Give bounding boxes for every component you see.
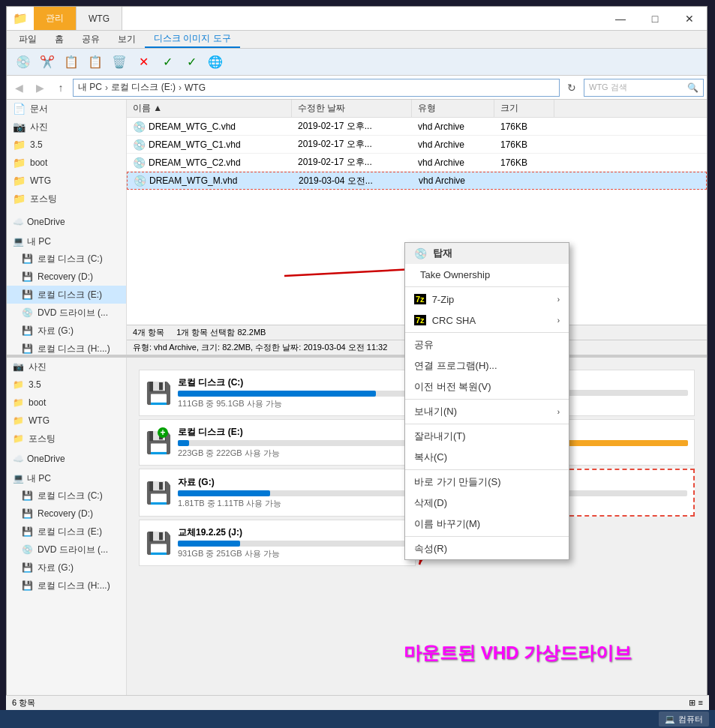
ctx-properties[interactable]: 속성(R) [405, 538, 569, 559]
sidebar-section-mypc[interactable]: 💻 내 PC [7, 233, 126, 250]
ribbon-tab-view[interactable]: 보기 [109, 31, 145, 47]
bs-boot[interactable]: 📁 boot [7, 394, 126, 412]
bs-boot-label: boot [29, 397, 46, 408]
cloud-icon: ☁️ [13, 454, 24, 464]
file-row-3[interactable]: 💿 DREAM_WTG_C2.vhd 2019-02-17 오후... vhd … [127, 154, 707, 172]
sidebar-item-e[interactable]: 💾 로컬 디스크 (E:) [7, 286, 126, 304]
file-row-2[interactable]: 💿 DREAM_WTG_C1.vhd 2019-02-17 오후... vhd … [127, 136, 707, 154]
ctx-open-with[interactable]: 연결 프로그램(H)... [405, 355, 569, 376]
path-wtg[interactable]: WTG [185, 82, 206, 93]
ctx-mount-label: 탑재 [433, 247, 560, 260]
path-drive[interactable]: 로컬 디스크 (E:) [111, 81, 176, 94]
ribbon-tab-disk-tools[interactable]: 디스크 이미지 도구 [145, 31, 240, 48]
drive-j-size: 931GB 중 251GB 사용 가능 [178, 548, 409, 559]
ctx-delete[interactable]: 삭제(D) [405, 493, 569, 514]
ctx-mount[interactable]: 💿 탑재 [405, 243, 569, 264]
ctx-copy[interactable]: 복사(C) [405, 447, 569, 468]
ctx-prev-version[interactable]: 이전 버전 복원(V) [405, 376, 569, 397]
drive-c[interactable]: 💾 로컬 디스크 (C:) 111GB 중 95.1GB 사용 가능 [139, 370, 416, 416]
file-row-4[interactable]: 💿 DREAM_WTG_M.vhd 2019-03-04 오전... vhd A… [127, 172, 707, 190]
col-name[interactable]: 이름 ▲ [127, 100, 292, 117]
list-view-icon[interactable]: ≡ [698, 698, 703, 708]
drive-e[interactable]: 💾+ 로컬 디스크 (E:) 223GB 중 222GB 사용 가능 [139, 419, 416, 466]
ctx-7zip[interactable]: 7z 7-Zip › [405, 289, 569, 310]
sidebar-item-posting[interactable]: 📁 포스팅 [7, 190, 126, 208]
back-button[interactable]: ◀ [10, 79, 28, 97]
globe-btn[interactable]: 🌐 [205, 52, 226, 73]
ctx-sep4 [405, 424, 569, 424]
ctx-rename[interactable]: 이름 바꾸기(M) [405, 514, 569, 535]
ctx-send-to[interactable]: 보내기(N) › [405, 401, 569, 422]
bs-wtg[interactable]: 📁 WTG [7, 412, 126, 430]
sidebar-section-onedrive[interactable]: ☁️ OneDrive [7, 214, 126, 230]
ribbon-tab-share[interactable]: 공유 [73, 31, 109, 47]
cancel-btn[interactable]: ✕ [133, 52, 154, 73]
bottom-status: 6 항목 ⊞ ≡ [6, 695, 709, 710]
bs-posting[interactable]: 📁 포스팅 [7, 430, 126, 448]
bs-h[interactable]: 💾 로컬 디스크 (H:...) [7, 577, 126, 595]
path-pc[interactable]: 내 PC [78, 81, 102, 94]
ctx-cut[interactable]: 잘라내기(T) [405, 426, 569, 447]
delete-btn[interactable]: 🗑️ [109, 52, 130, 73]
col-size[interactable]: 크기 [494, 100, 554, 117]
bs-e[interactable]: 💾 로컬 디스크 (E:) [7, 523, 126, 541]
folder-icon: 📁 [13, 397, 24, 408]
bs-d[interactable]: 💾 Recovery (D:) [7, 505, 126, 523]
file-row-1[interactable]: 💿 DREAM_WTG_C.vhd 2019-02-17 오후... vhd A… [127, 118, 707, 136]
ctx-crcsha[interactable]: 7z CRC SHA › [405, 310, 569, 331]
ctx-share[interactable]: 공유 [405, 334, 569, 355]
bs-g[interactable]: 💾 자료 (G:) [7, 559, 126, 577]
sidebar-item-35[interactable]: 📁 3.5 [7, 136, 126, 154]
bs-photos[interactable]: 📷 사진 [7, 358, 126, 376]
up-button[interactable]: ↑ [52, 79, 70, 97]
sidebar-item-g[interactable]: 💾 자료 (G:) [7, 322, 126, 340]
tab-wtg-label: WTG [89, 13, 110, 24]
ribbon-tab-file[interactable]: 파일 [10, 31, 46, 47]
sidebar-item-documents[interactable]: 📄 문서 [7, 100, 126, 118]
close-button[interactable]: ✕ [672, 7, 707, 31]
sidebar-item-d[interactable]: 💾 Recovery (D:) [7, 268, 126, 286]
bs-35[interactable]: 📁 3.5 [7, 376, 126, 394]
maximize-button[interactable]: □ [638, 7, 672, 31]
drive-j[interactable]: 💾 교체19.2.25 (J:) 931GB 중 251GB 사용 가능 [139, 520, 416, 566]
file-type-1: vhd Archive [412, 121, 494, 132]
refresh-button[interactable]: ↻ [563, 79, 581, 97]
address-path[interactable]: 내 PC › 로컬 디스크 (E:) › WTG [73, 79, 560, 97]
bs-dvd[interactable]: 💿 DVD 드라이브 (... [7, 541, 126, 559]
tab-wtg[interactable]: WTG [77, 7, 122, 30]
cloud-icon: ☁️ [13, 217, 24, 227]
minimize-button[interactable]: — [603, 7, 638, 31]
sidebar-item-c[interactable]: 💾 로컬 디스크 (C:) [7, 250, 126, 268]
ctx-sep1 [405, 286, 569, 287]
sidebar-item-dvd[interactable]: 💿 DVD 드라이브 (... [7, 304, 126, 322]
col-type[interactable]: 유형 [412, 100, 494, 117]
check-btn[interactable]: ✓ [157, 52, 178, 73]
mount-btn[interactable]: 💿 [13, 52, 34, 73]
paste-btn[interactable]: 📋 [85, 52, 106, 73]
bs-onedrive[interactable]: ☁️ OneDrive [7, 451, 126, 467]
file-type-3: vhd Archive [412, 157, 494, 168]
tab-manage[interactable]: 관리 [34, 7, 77, 30]
bs-mypc[interactable]: 💻 내 PC [7, 470, 126, 487]
sidebar-item-h[interactable]: 💾 로컬 디스크 (H:...) [7, 340, 126, 355]
pc-icon: 💻 [13, 473, 24, 484]
cut-btn[interactable]: ✂️ [37, 52, 58, 73]
ctx-create-shortcut[interactable]: 바로 가기 만들기(S) [405, 472, 569, 493]
bs-c[interactable]: 💾 로컬 디스크 (C:) [7, 487, 126, 505]
sidebar-item-wtg[interactable]: 📁 WTG [7, 172, 126, 190]
search-box[interactable]: WTG 검색 🔍 [584, 79, 704, 97]
col-date[interactable]: 수정한 날짜 [292, 100, 412, 117]
sidebar-item-boot[interactable]: 📁 boot [7, 154, 126, 172]
context-menu[interactable]: 💿 탑재 Take Ownership 7z 7-Zip › 7z CRC SH… [404, 242, 569, 560]
check2-btn[interactable]: ✓ [181, 52, 202, 73]
ctx-take-ownership[interactable]: Take Ownership [405, 264, 569, 285]
drive-g[interactable]: 💾 자료 (G:) 1.81TB 중 1.11TB 사용 가능 [139, 469, 416, 517]
grid-view-icon[interactable]: ⊞ [689, 698, 695, 708]
drive-icon: 💾 [22, 289, 33, 300]
sidebar-item-photos[interactable]: 📷 사진 [7, 118, 126, 136]
title-bar: 📁 관리 WTG — □ ✕ [7, 7, 707, 31]
taskbar-computer[interactable]: 💻 컴퓨터 [659, 712, 709, 727]
ribbon-tab-home[interactable]: 홈 [46, 31, 73, 47]
copy-btn[interactable]: 📋 [61, 52, 82, 73]
forward-button[interactable]: ▶ [31, 79, 49, 97]
